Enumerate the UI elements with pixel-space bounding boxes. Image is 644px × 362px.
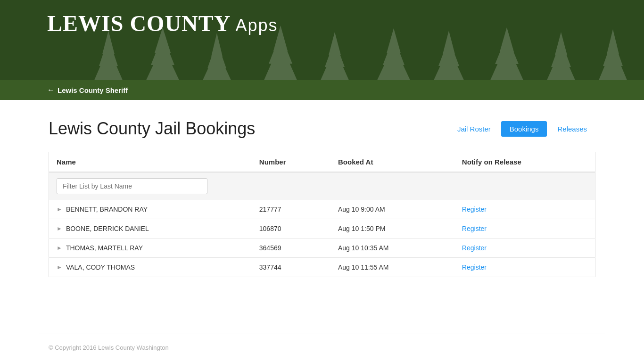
expand-icon[interactable]: ► xyxy=(57,245,62,251)
logo-text-apps: Apps xyxy=(235,16,278,35)
col-header-number: Number xyxy=(252,152,330,173)
col-header-booked-at: Booked At xyxy=(330,152,454,173)
cell-number: 217777 xyxy=(252,200,330,219)
subnav-bar: ← Lewis County Sheriff xyxy=(0,80,644,100)
back-arrow-icon: ← xyxy=(47,86,55,94)
footer-copyright: © Copyright 2016 Lewis County Washington xyxy=(49,344,169,351)
table-row: ► VALA, CODY THOMAS 337744 Aug 10 11:55 … xyxy=(49,258,595,277)
cell-name: ► VALA, CODY THOMAS xyxy=(49,258,252,277)
cell-booked-at: Aug 10 1:50 PM xyxy=(330,219,454,239)
register-link[interactable]: Register xyxy=(462,206,487,213)
cell-notify: Register xyxy=(454,219,595,239)
table-header-row: Name Number Booked At Notify on Release xyxy=(49,152,595,173)
tab-bookings[interactable]: Bookings xyxy=(501,121,547,137)
cell-number: 364569 xyxy=(252,239,330,258)
inmate-name: BENNETT, BRANDON RAY xyxy=(66,206,148,213)
col-header-notify: Notify on Release xyxy=(454,152,595,173)
cell-notify: Register xyxy=(454,239,595,258)
header-logo-area: Lewis County Apps xyxy=(0,0,644,36)
cell-booked-at: Aug 10 9:00 AM xyxy=(330,200,454,219)
register-link[interactable]: Register xyxy=(462,225,487,232)
svg-marker-8 xyxy=(211,33,223,57)
col-header-name: Name xyxy=(49,152,252,173)
cell-name: ► THOMAS, MARTELL RAY xyxy=(49,239,252,258)
filter-row xyxy=(49,172,595,200)
page-header: Lewis County Jail Bookings Jail Roster B… xyxy=(49,119,595,139)
register-link[interactable]: Register xyxy=(462,263,487,271)
main-content: Lewis County Jail Bookings Jail Roster B… xyxy=(39,100,605,296)
cell-name: ► BOONE, DERRICK DANIEL xyxy=(49,219,252,239)
cell-booked-at: Aug 10 11:55 AM xyxy=(330,258,454,277)
cell-number: 337744 xyxy=(252,258,330,277)
expand-icon[interactable]: ► xyxy=(57,225,62,232)
filter-cell xyxy=(49,172,595,200)
table-row: ► BOONE, DERRICK DANIEL 106870 Aug 10 1:… xyxy=(49,219,595,239)
inmate-name: VALA, CODY THOMAS xyxy=(66,263,135,271)
tab-jail-roster[interactable]: Jail Roster xyxy=(449,121,499,137)
table-row: ► BENNETT, BRANDON RAY 217777 Aug 10 9:0… xyxy=(49,200,595,219)
cell-notify: Register xyxy=(454,200,595,219)
back-label: Lewis County Sheriff xyxy=(58,86,128,94)
site-header: Lewis County Apps xyxy=(0,0,644,80)
inmate-name: THOMAS, MARTELL RAY xyxy=(66,244,143,252)
expand-icon[interactable]: ► xyxy=(57,264,62,271)
cell-name: ► BENNETT, BRANDON RAY xyxy=(49,200,252,219)
search-input[interactable] xyxy=(57,178,207,194)
register-link[interactable]: Register xyxy=(462,244,487,252)
cell-number: 106870 xyxy=(252,219,330,239)
page-title: Lewis County Jail Bookings xyxy=(49,119,255,139)
tab-releases[interactable]: Releases xyxy=(549,121,595,137)
bookings-table: Name Number Booked At Notify on Release … xyxy=(49,152,595,277)
logo-text-bold: Lewis County xyxy=(47,10,231,36)
cell-notify: Register xyxy=(454,258,595,277)
nav-tabs: Jail Roster Bookings Releases xyxy=(449,121,595,137)
inmate-name: BOONE, DERRICK DANIEL xyxy=(66,225,149,232)
table-row: ► THOMAS, MARTELL RAY 364569 Aug 10 10:3… xyxy=(49,239,595,258)
back-link[interactable]: ← Lewis County Sheriff xyxy=(47,86,128,94)
cell-booked-at: Aug 10 10:35 AM xyxy=(330,239,454,258)
expand-icon[interactable]: ► xyxy=(57,206,62,213)
footer: © Copyright 2016 Lewis County Washington xyxy=(39,334,605,361)
